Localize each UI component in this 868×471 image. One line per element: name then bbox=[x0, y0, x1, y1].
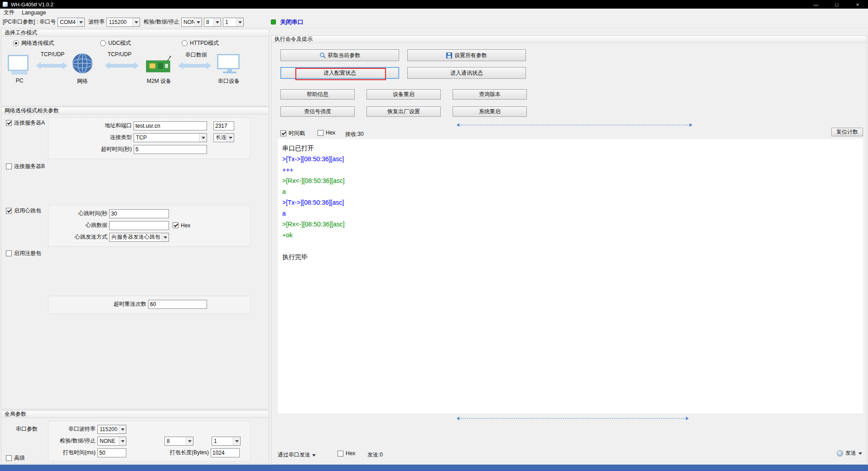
server-port-input[interactable] bbox=[213, 121, 234, 130]
com-port-value: COM4 bbox=[60, 19, 76, 25]
baud-value: 115200 bbox=[109, 19, 126, 25]
pack-len-label: 打包长度(Bytes) bbox=[170, 449, 209, 457]
send-via-dropdown[interactable]: 通过串口发送 bbox=[278, 451, 316, 459]
group-title: 全局参数 bbox=[5, 410, 26, 418]
group-title: 执行命令及提示 bbox=[275, 35, 313, 43]
group-title: 网络透传模式相关参数 bbox=[5, 107, 59, 115]
radio-net-transparent-mode[interactable]: 网络透传模式 bbox=[13, 39, 54, 47]
hb-hex-checkbox[interactable]: Hex bbox=[173, 222, 190, 229]
scroll-left-arrow-icon[interactable] bbox=[455, 123, 459, 127]
reconnect-input[interactable] bbox=[148, 300, 207, 309]
chevron-down-icon bbox=[161, 233, 169, 241]
radio-httpd-mode[interactable]: HTTPD模式 bbox=[182, 39, 219, 47]
menubar: 文件 Language bbox=[0, 9, 868, 16]
scroll-right-arrow-icon[interactable] bbox=[690, 123, 694, 127]
chevron-down-icon bbox=[227, 134, 234, 142]
hb-data-input[interactable] bbox=[109, 221, 169, 230]
log-line: >[Tx->][08:50:36][asc] bbox=[282, 197, 858, 208]
chevron-down-icon bbox=[236, 18, 243, 26]
receive-log[interactable]: 串口已打开>[Tx->][08:50:36][asc]+++>[Rx<-][08… bbox=[278, 139, 863, 413]
conn-type-select[interactable]: TCP bbox=[134, 133, 207, 142]
parity-select[interactable]: NONI bbox=[181, 18, 202, 27]
serial-params-panel: 串口波特率 115200 检验/数据/停止 NONE 8 1 bbox=[48, 421, 251, 461]
log-line: 串口已打开 bbox=[282, 143, 858, 154]
close-port-button[interactable]: 关闭串口 bbox=[280, 18, 304, 26]
hb-time-input[interactable] bbox=[109, 209, 169, 218]
timeout-input[interactable] bbox=[134, 145, 207, 154]
heartbeat-checkbox[interactable]: 启用心跳包 bbox=[6, 207, 41, 215]
global-parity-select[interactable]: NONE bbox=[97, 437, 126, 446]
checkbox-label: Hex bbox=[346, 450, 355, 457]
reset-count-button[interactable]: 复位计数 bbox=[831, 128, 863, 136]
serial-device-label: 串口设备 bbox=[206, 77, 251, 85]
scroll-left-arrow-icon[interactable] bbox=[455, 417, 459, 420]
enter-comm-button[interactable]: 进入通讯状态 bbox=[407, 67, 526, 79]
get-params-button[interactable]: 获取当前参数 bbox=[280, 49, 399, 61]
hb-mode-select[interactable]: 向服务器发送心跳包 bbox=[109, 233, 169, 242]
help-button[interactable]: 帮助信息 bbox=[280, 89, 355, 100]
global-line-label: 检验/数据/停止 bbox=[52, 437, 96, 445]
close-button[interactable]: × bbox=[847, 0, 868, 9]
radio-icon bbox=[13, 40, 19, 46]
advanced-checkbox[interactable]: 高级 bbox=[6, 454, 25, 462]
checkbox-icon bbox=[6, 250, 12, 256]
global-stopbits-select[interactable]: 1 bbox=[212, 437, 241, 446]
radio-icon bbox=[182, 40, 188, 46]
stopbits-value: 1 bbox=[225, 19, 228, 25]
top-horizontal-scrollbar[interactable] bbox=[455, 123, 694, 127]
query-version-button[interactable]: 查询版本 bbox=[453, 89, 527, 100]
checkbox-label: Hex bbox=[181, 222, 190, 229]
server-address-input[interactable] bbox=[134, 121, 207, 130]
server-a-checkbox[interactable]: 连接服务器A bbox=[6, 119, 45, 127]
pc-icon bbox=[8, 55, 31, 74]
chevron-down-icon bbox=[233, 437, 240, 445]
recv-hex-checkbox[interactable]: Hex bbox=[318, 130, 335, 136]
link3-label: 串口数据 bbox=[178, 51, 214, 59]
databits-select[interactable]: 8 bbox=[204, 18, 221, 27]
server-b-checkbox[interactable]: 连接服务器B bbox=[6, 163, 45, 170]
scroll-track[interactable] bbox=[460, 125, 689, 125]
send-button[interactable]: 发送 bbox=[837, 449, 862, 457]
hb-mode-label: 心跳发送方式 bbox=[52, 233, 107, 241]
double-arrow-icon bbox=[32, 62, 71, 69]
global-params-group: 全局参数 串口参数 串口波特率 115200 检验/数据/停止 NONE 8 bbox=[1, 410, 269, 464]
stopbits-select[interactable]: 1 bbox=[223, 18, 244, 27]
bottom-horizontal-scrollbar[interactable] bbox=[455, 416, 690, 420]
link1-label: TCP/UDP bbox=[37, 51, 68, 58]
pack-time-input[interactable] bbox=[97, 448, 126, 457]
send-hex-checkbox[interactable]: Hex bbox=[338, 450, 355, 457]
group-title: 选择工作模式 bbox=[5, 29, 37, 37]
log-line: a bbox=[282, 186, 858, 197]
radio-udc-mode[interactable]: UDC模式 bbox=[100, 39, 131, 47]
menu-file[interactable]: 文件 bbox=[4, 9, 14, 16]
set-params-button[interactable]: 设置所有参数 bbox=[407, 49, 526, 61]
scroll-right-arrow-icon[interactable] bbox=[686, 417, 690, 420]
device-restart-button[interactable]: 设备重启 bbox=[366, 89, 441, 100]
timestamp-checkbox[interactable]: 时间戳 bbox=[280, 130, 305, 137]
pc-serial-label: [PC串口参数] : 串口号 bbox=[3, 18, 56, 26]
chevron-down-icon bbox=[186, 437, 193, 445]
network-label: 网络 bbox=[69, 77, 96, 85]
com-port-select[interactable]: COM4 bbox=[58, 18, 85, 27]
register-packet-checkbox[interactable]: 启用注册包 bbox=[6, 250, 41, 257]
global-databits-select[interactable]: 8 bbox=[164, 437, 193, 446]
log-line: 执行完毕 bbox=[282, 251, 858, 262]
pack-len-input[interactable] bbox=[211, 448, 240, 457]
maximize-button[interactable]: □ bbox=[826, 0, 847, 9]
server-a-panel: 地址和端口 连接类型 TCP 长连 超时时间(秒) bbox=[48, 117, 251, 159]
minimize-button[interactable]: — bbox=[805, 0, 826, 9]
baud-select[interactable]: 115200 bbox=[106, 18, 140, 27]
double-arrow-icon bbox=[101, 62, 143, 69]
system-restart-button[interactable]: 系统重启 bbox=[453, 106, 527, 117]
baud-label: 波特率 bbox=[88, 18, 105, 26]
save-icon bbox=[446, 53, 452, 58]
signal-strength-button[interactable]: 查信号强度 bbox=[280, 106, 355, 117]
checkbox-label: Hex bbox=[326, 130, 335, 136]
conn-keep-select[interactable]: 长连 bbox=[213, 133, 234, 142]
checkbox-icon bbox=[280, 130, 286, 136]
global-baud-select[interactable]: 115200 bbox=[97, 425, 126, 434]
factory-reset-button[interactable]: 恢复出厂设置 bbox=[366, 106, 441, 117]
menu-language[interactable]: Language bbox=[22, 10, 46, 16]
enter-config-button[interactable]: 进入配置状态 bbox=[280, 67, 399, 79]
scroll-track[interactable] bbox=[460, 418, 685, 419]
